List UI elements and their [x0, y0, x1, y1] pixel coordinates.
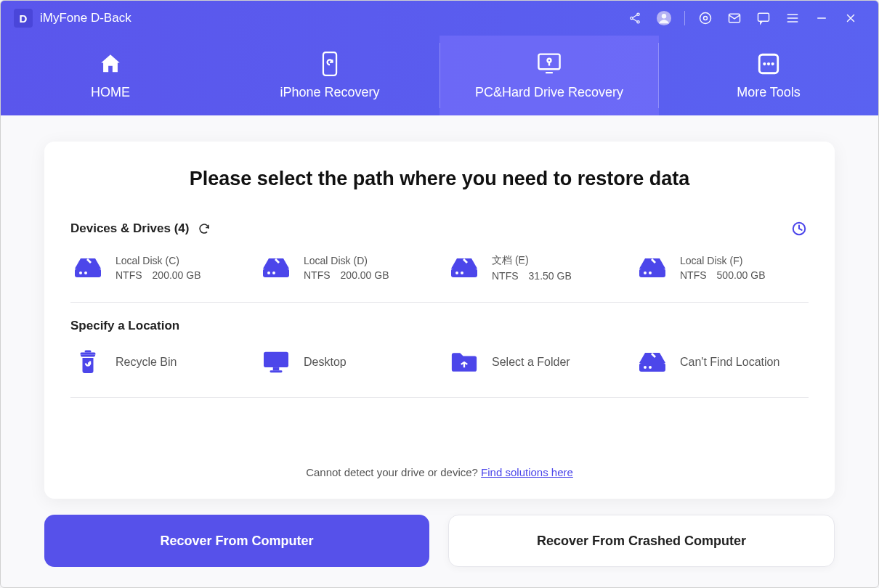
history-icon[interactable] — [790, 219, 809, 238]
drive-fs: NTFS — [304, 269, 331, 281]
drive-item[interactable]: 文档 (E) NTFS31.50 GB — [447, 251, 620, 285]
drive-size: 200.00 GB — [341, 269, 389, 281]
svg-point-36 — [649, 366, 652, 369]
svg-point-2 — [637, 21, 639, 23]
share-icon[interactable] — [624, 7, 646, 29]
location-desktop[interactable]: Desktop — [259, 346, 432, 378]
svg-point-4 — [662, 14, 666, 18]
drive-fs: NTFS — [680, 269, 707, 281]
svg-rect-31 — [264, 352, 288, 367]
tab-label: HOME — [91, 85, 130, 100]
svg-point-15 — [771, 62, 774, 65]
drive-name: 文档 (E) — [492, 254, 572, 267]
svg-point-35 — [644, 366, 647, 369]
tab-pc-recovery[interactable]: PC&Hard Drive Recovery — [440, 36, 659, 115]
app-logo: D — [14, 9, 33, 28]
main-tabs: HOME iPhone Recovery PC&Hard Drive Recov… — [1, 36, 878, 115]
tab-label: iPhone Recovery — [280, 85, 379, 100]
location-label: Desktop — [304, 356, 347, 369]
separator — [684, 11, 685, 25]
account-icon[interactable] — [653, 7, 675, 29]
svg-rect-34 — [639, 363, 665, 372]
svg-point-5 — [700, 13, 711, 24]
folder-icon — [448, 349, 480, 375]
svg-point-1 — [631, 17, 633, 19]
drive-size: 31.50 GB — [529, 270, 572, 282]
drive-item[interactable]: Local Disk (D) NTFS200.00 GB — [259, 251, 432, 285]
svg-point-24 — [455, 271, 458, 274]
drive-name: Local Disk (C) — [116, 255, 201, 266]
locations-section-header: Specify a Location — [70, 319, 809, 333]
recover-from-computer-button[interactable]: Recover From Computer — [44, 515, 429, 567]
svg-point-22 — [272, 271, 275, 274]
svg-point-21 — [267, 271, 270, 274]
title-bar: D iMyFone D-Back — [1, 1, 878, 36]
svg-point-28 — [649, 271, 652, 274]
tab-home[interactable]: HOME — [1, 36, 220, 115]
drive-fs: NTFS — [116, 269, 142, 281]
svg-rect-17 — [75, 269, 101, 277]
location-cant-find[interactable]: Can't Find Location — [635, 346, 809, 378]
drive-name: Local Disk (D) — [304, 255, 389, 266]
mail-icon[interactable] — [724, 7, 745, 29]
locations-grid: Recycle Bin Desktop Select a Folder — [70, 346, 809, 398]
tab-label: PC&Hard Drive Recovery — [475, 85, 623, 100]
tab-more-tools[interactable]: More Tools — [659, 36, 878, 115]
disk-icon — [448, 255, 480, 281]
svg-rect-33 — [270, 370, 283, 372]
svg-point-27 — [644, 271, 647, 274]
refresh-icon[interactable] — [196, 221, 212, 237]
svg-point-6 — [704, 17, 708, 20]
disk-icon — [72, 255, 104, 281]
svg-point-11 — [548, 58, 551, 62]
location-label: Can't Find Location — [680, 356, 779, 369]
drive-fs: NTFS — [492, 270, 519, 282]
recover-from-crashed-button[interactable]: Recover From Crashed Computer — [448, 515, 835, 567]
svg-rect-26 — [639, 269, 665, 277]
menu-icon[interactable] — [782, 7, 803, 29]
drive-item[interactable]: Local Disk (F) NTFS500.00 GB — [635, 251, 809, 285]
hint-link[interactable]: Find solutions here — [481, 466, 573, 478]
disk-icon — [636, 255, 668, 281]
recycle-bin-icon — [72, 349, 104, 375]
locations-header-text: Specify a Location — [70, 319, 179, 333]
location-select-folder[interactable]: Select a Folder — [447, 346, 620, 378]
app-title: iMyFone D-Back — [40, 11, 131, 25]
phone-refresh-icon — [317, 52, 342, 76]
home-icon — [98, 52, 123, 76]
disk-icon — [260, 255, 292, 281]
action-buttons: Recover From Computer Recover From Crash… — [44, 515, 835, 567]
devices-section-header: Devices & Drives (4) — [70, 219, 809, 238]
devices-header-text: Devices & Drives (4) — [70, 221, 189, 236]
svg-point-25 — [461, 271, 463, 274]
selection-card: Please select the path where you need to… — [44, 142, 835, 499]
drive-size: 200.00 GB — [153, 269, 201, 281]
content-area: Please select the path where you need to… — [1, 115, 878, 587]
settings-icon[interactable] — [694, 7, 716, 29]
hint-text: Cannot detect your drive or device? Find… — [70, 415, 809, 478]
svg-rect-29 — [81, 353, 96, 355]
desktop-icon — [260, 349, 292, 375]
location-label: Select a Folder — [492, 356, 570, 369]
svg-rect-20 — [263, 269, 289, 277]
svg-rect-8 — [758, 13, 769, 21]
close-icon[interactable] — [840, 7, 862, 29]
feedback-icon[interactable] — [753, 7, 774, 29]
svg-rect-23 — [451, 269, 477, 277]
unknown-disk-icon — [636, 349, 668, 375]
svg-rect-30 — [85, 351, 92, 353]
svg-point-0 — [637, 13, 639, 15]
svg-point-18 — [79, 271, 82, 274]
tab-iphone-recovery[interactable]: iPhone Recovery — [220, 36, 440, 115]
drive-name: Local Disk (F) — [680, 255, 766, 266]
svg-point-13 — [763, 62, 766, 65]
drives-grid: Local Disk (C) NTFS200.00 GB Local Disk … — [70, 251, 809, 303]
location-label: Recycle Bin — [116, 356, 177, 369]
minimize-icon[interactable] — [811, 7, 833, 29]
drive-item[interactable]: Local Disk (C) NTFS200.00 GB — [70, 251, 244, 285]
svg-point-14 — [767, 62, 770, 65]
page-heading: Please select the path where you need to… — [70, 168, 809, 190]
location-recycle-bin[interactable]: Recycle Bin — [70, 346, 244, 378]
monitor-key-icon — [537, 52, 562, 76]
svg-point-19 — [84, 271, 87, 274]
